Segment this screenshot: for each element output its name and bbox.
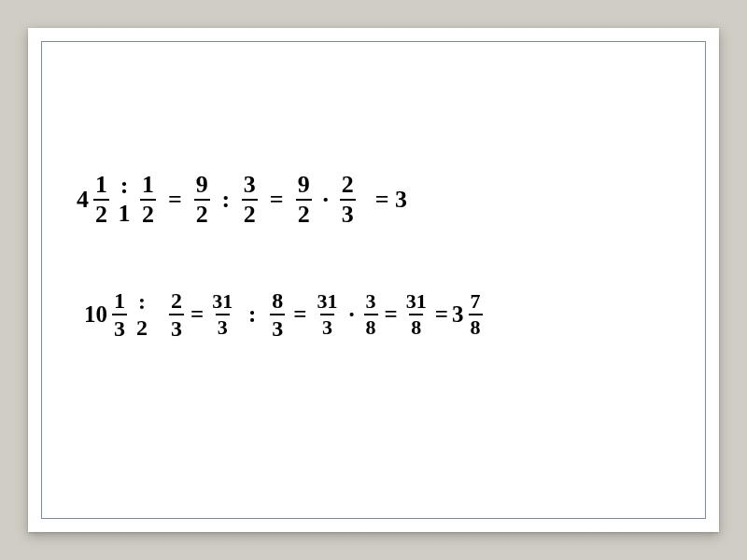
- mixed-number: 10 1 3: [84, 289, 130, 340]
- equals-sign: =: [270, 186, 284, 214]
- numerator: 2: [169, 289, 184, 314]
- fraction: 31 3: [210, 291, 234, 338]
- denominator: 2: [140, 199, 156, 227]
- numerator: 3: [364, 291, 378, 314]
- denominator: 3: [169, 314, 184, 340]
- fraction: 9 2: [194, 173, 210, 227]
- result: = 3: [375, 186, 407, 214]
- denominator: 8: [409, 314, 423, 338]
- numerator: 9: [296, 173, 312, 199]
- numerator: 9: [194, 173, 210, 199]
- equals-sign: =: [190, 301, 204, 328]
- fraction: 8 3: [270, 289, 285, 340]
- numerator: 8: [270, 289, 285, 314]
- division-sign: :: [247, 301, 258, 328]
- fraction: 9 2: [296, 173, 312, 227]
- equals-sign: =: [385, 301, 398, 328]
- whole-part: 10: [84, 301, 107, 328]
- stack-top: :: [116, 174, 133, 200]
- inner-frame: [41, 41, 706, 519]
- fraction: 31 3: [316, 291, 340, 338]
- whole-part: 4: [77, 186, 89, 214]
- fraction: 2 3: [169, 289, 184, 340]
- numerator: 7: [469, 291, 483, 314]
- fraction: 1 2: [93, 173, 109, 227]
- equals-sign: =: [293, 301, 306, 328]
- denominator: 3: [340, 199, 356, 227]
- multiply-sign: ·: [346, 301, 358, 328]
- mixed-number: 4 1 2: [77, 173, 112, 227]
- equation-2: 10 1 3 : 2 2 3 = 31 3 : 8 3 = 31 3 ·: [84, 289, 486, 340]
- denominator: 2: [93, 199, 109, 227]
- denominator: 3: [320, 314, 334, 338]
- denominator: 3: [270, 314, 285, 340]
- numerator: 1: [93, 173, 109, 199]
- equals-sign: =: [435, 301, 448, 328]
- fraction: 3 2: [242, 173, 258, 227]
- numerator: 31: [210, 291, 234, 314]
- fraction: 31 8: [404, 291, 429, 338]
- denominator: 2: [194, 199, 210, 227]
- fraction: 1 2: [140, 173, 156, 227]
- whole-part: 3: [452, 301, 464, 328]
- numerator: 2: [340, 173, 356, 199]
- fraction: 2 3: [340, 173, 356, 227]
- denominator: 3: [216, 314, 230, 338]
- fraction: 1 3: [112, 289, 127, 340]
- stack-bot: 1: [116, 200, 133, 226]
- stack-top: :: [134, 290, 150, 315]
- denominator: 2: [242, 199, 258, 227]
- denominator: 8: [469, 314, 483, 338]
- numerator: 31: [316, 291, 340, 314]
- numerator: 1: [112, 289, 127, 314]
- stacked-colon-1: : 1: [116, 174, 133, 226]
- mixed-result: 3 7 8: [452, 291, 486, 338]
- numerator: 1: [140, 173, 156, 199]
- denominator: 8: [364, 314, 378, 338]
- denominator: 2: [296, 199, 312, 227]
- stacked-colon-2: : 2: [134, 290, 150, 339]
- fraction: 7 8: [469, 291, 483, 338]
- equals-sign: =: [168, 186, 182, 214]
- equation-1: 4 1 2 : 1 1 2 = 9 2 : 3 2 = 9 2 ·: [77, 173, 416, 227]
- numerator: 3: [242, 173, 258, 199]
- slide: 4 1 2 : 1 1 2 = 9 2 : 3 2 = 9 2 ·: [28, 28, 719, 532]
- numerator: 31: [404, 291, 429, 314]
- stack-bot: 2: [134, 315, 150, 339]
- division-sign: :: [220, 186, 232, 214]
- multiply-sign: ·: [320, 186, 331, 214]
- fraction: 3 8: [364, 291, 378, 338]
- denominator: 3: [112, 314, 127, 340]
